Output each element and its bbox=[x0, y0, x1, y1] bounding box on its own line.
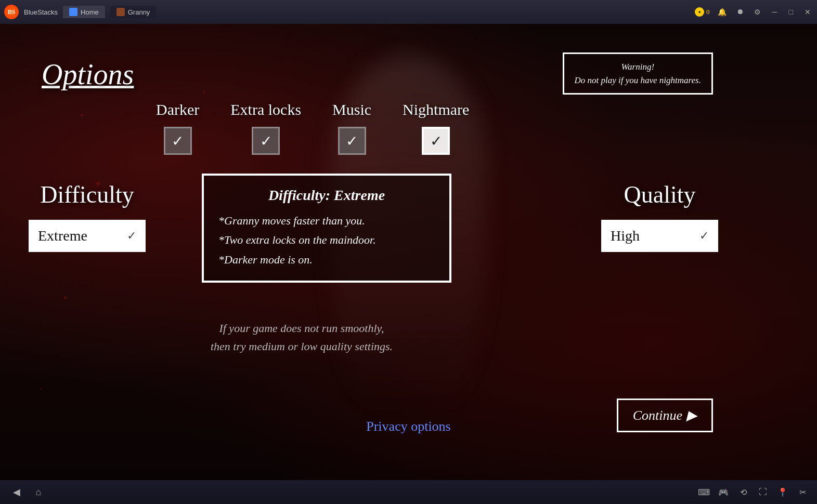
continue-button[interactable]: Continue ▶ bbox=[617, 399, 713, 432]
tab-home[interactable]: Home bbox=[63, 6, 105, 18]
coin-icon: ● bbox=[695, 7, 704, 17]
difficulty-chevron-icon: ✓ bbox=[127, 229, 136, 243]
screen-rotate-icon[interactable]: ⟲ bbox=[737, 486, 749, 498]
info-box-title: Difficulty: Extreme bbox=[218, 187, 435, 204]
music-option: Music ✓ bbox=[332, 101, 371, 155]
settings-icon[interactable]: ⚙ bbox=[753, 7, 763, 17]
continue-arrow-icon: ▶ bbox=[686, 407, 697, 423]
back-button[interactable]: ◀ bbox=[8, 484, 25, 500]
darker-option: Darker ✓ bbox=[156, 101, 199, 155]
nightmare-option: Nightmare ✓ bbox=[403, 101, 469, 155]
page-title: Options bbox=[42, 58, 134, 91]
difficulty-section: Difficulty Extreme ✓ bbox=[29, 181, 146, 252]
quality-label: Quality bbox=[624, 181, 696, 208]
info-box: Difficulty: Extreme *Granny moves faster… bbox=[202, 174, 451, 283]
extra-locks-checkbox[interactable]: ✓ bbox=[252, 127, 280, 155]
scissors-icon[interactable]: ✂ bbox=[796, 486, 809, 498]
info-line-1: *Granny moves faster than you. bbox=[218, 211, 435, 230]
music-checkbox[interactable]: ✓ bbox=[338, 127, 366, 155]
nightmare-checkbox[interactable]: ✓ bbox=[422, 127, 450, 155]
checkboxes-row: Darker ✓ Extra locks ✓ Music ✓ Nightmare… bbox=[156, 101, 469, 155]
smooth-note-line1: If your game does not run smoothly, bbox=[161, 319, 442, 337]
keyboard-icon[interactable]: ⌨ bbox=[697, 486, 710, 498]
titlebar-right-controls: ● 0 🔔 ⏺ ⚙ ─ □ ✕ bbox=[695, 7, 813, 17]
quality-dropdown[interactable]: High ✓ bbox=[601, 220, 718, 252]
coin-count: 0 bbox=[706, 8, 710, 16]
maximize-button[interactable]: □ bbox=[787, 8, 795, 16]
taskbar: ◀ ⌂ ⌨ 🎮 ⟲ ⛶ 📍 ✂ bbox=[0, 480, 817, 504]
quality-value: High bbox=[611, 228, 640, 244]
fullscreen-icon[interactable]: ⛶ bbox=[757, 486, 769, 498]
warning-line1: Warning! bbox=[575, 60, 701, 74]
home-tab-icon bbox=[69, 8, 77, 16]
difficulty-label: Difficulty bbox=[40, 181, 134, 208]
warning-line2: Do not play if you have nightmares. bbox=[575, 74, 701, 87]
difficulty-dropdown[interactable]: Extreme ✓ bbox=[29, 220, 146, 252]
title-bar: BS BlueStacks Home Granny ● 0 🔔 ⏺ ⚙ ─ □ … bbox=[0, 0, 817, 24]
minimize-button[interactable]: ─ bbox=[770, 8, 780, 16]
music-label: Music bbox=[332, 101, 371, 118]
granny-tab-icon bbox=[116, 8, 125, 16]
info-line-2: *Two extra locks on the maindoor. bbox=[218, 230, 435, 249]
info-line-3: *Darker mode is on. bbox=[218, 250, 435, 269]
close-button[interactable]: ✕ bbox=[802, 8, 813, 16]
location-icon[interactable]: 📍 bbox=[776, 486, 789, 498]
coin-area: ● 0 bbox=[695, 7, 710, 17]
darker-checkbox[interactable]: ✓ bbox=[164, 127, 192, 155]
smooth-note-line2: then try medium or low quality settings. bbox=[161, 337, 442, 355]
tab-home-label: Home bbox=[81, 8, 99, 16]
extra-locks-label: Extra locks bbox=[230, 101, 301, 118]
smooth-note: If your game does not run smoothly, then… bbox=[161, 319, 442, 355]
difficulty-value: Extreme bbox=[38, 228, 87, 244]
taskbar-right: ⌨ 🎮 ⟲ ⛶ 📍 ✂ bbox=[697, 486, 809, 498]
game-area: Warning! Do not play if you have nightma… bbox=[0, 24, 817, 480]
bluestacks-logo: BS bbox=[4, 5, 19, 19]
brand-name: BlueStacks bbox=[24, 8, 58, 16]
notification-icon[interactable]: 🔔 bbox=[717, 7, 728, 17]
nightmare-label: Nightmare bbox=[403, 101, 469, 118]
tab-granny[interactable]: Granny bbox=[110, 6, 157, 18]
privacy-options-link[interactable]: Privacy options bbox=[366, 419, 451, 434]
darker-label: Darker bbox=[156, 101, 199, 118]
record-icon[interactable]: ⏺ bbox=[735, 7, 745, 17]
tab-granny-label: Granny bbox=[128, 8, 150, 16]
gamepad-icon[interactable]: 🎮 bbox=[717, 486, 730, 498]
extra-locks-option: Extra locks ✓ bbox=[230, 101, 301, 155]
warning-box: Warning! Do not play if you have nightma… bbox=[563, 52, 713, 95]
continue-label: Continue bbox=[633, 408, 682, 423]
home-button[interactable]: ⌂ bbox=[30, 484, 47, 500]
quality-section: Quality High ✓ bbox=[601, 181, 718, 252]
quality-chevron-icon: ✓ bbox=[699, 229, 709, 243]
